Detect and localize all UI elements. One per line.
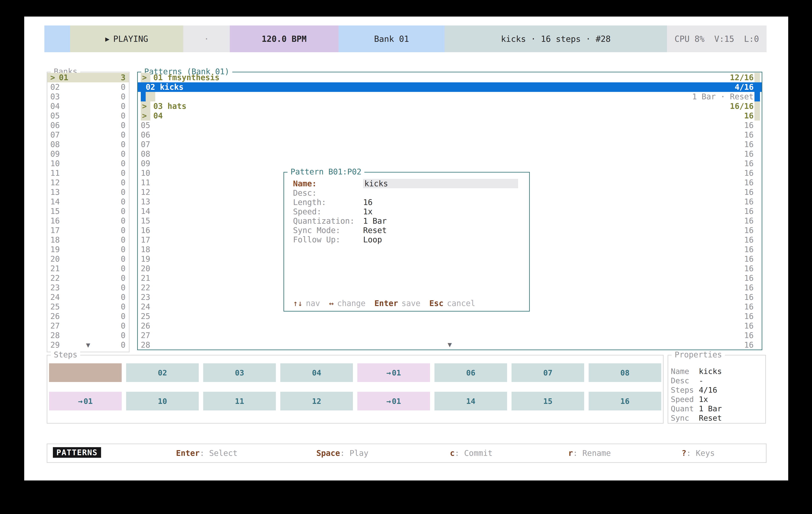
committed-gutter-block — [146, 92, 155, 101]
hint-label: : Select — [200, 449, 237, 458]
step-cell-10[interactable]: 10 — [126, 392, 199, 411]
pattern-step-count: 16 — [744, 140, 762, 149]
bank-pattern-count: 0 — [121, 102, 125, 111]
field-value: Reset — [363, 226, 387, 235]
topbar-separator: · — [183, 26, 230, 52]
bank-row[interactable]: 170 — [47, 225, 129, 235]
bank-row[interactable]: 220 — [47, 273, 129, 283]
bank-number: 11 — [50, 169, 60, 178]
bank-row[interactable]: 100 — [47, 159, 129, 168]
pattern-row[interactable]: 0616 — [138, 130, 762, 140]
pattern-label: 21 — [141, 274, 150, 283]
bank-row[interactable]: 250 — [47, 302, 129, 311]
bank-row[interactable]: 080 — [47, 140, 129, 149]
step-cell-15[interactable]: 15 — [512, 392, 584, 411]
patterns-scrollbar[interactable] — [754, 73, 760, 121]
keyhint-label: cancel — [447, 299, 475, 308]
step-cell-09[interactable]: →01 — [49, 392, 122, 411]
bank-row[interactable]: >013 — [47, 73, 129, 82]
committed-marker: > — [141, 111, 150, 121]
bank-pattern-count: 0 — [121, 321, 125, 330]
bank-row[interactable]: 200 — [47, 254, 129, 264]
bank-row[interactable]: 050 — [47, 111, 129, 121]
hint-key: r — [568, 449, 573, 458]
property-value: Reset — [699, 414, 722, 422]
modal-keyhints: ↑↓nav↔changeEntersaveEsccancel — [293, 299, 484, 308]
step-cell-05[interactable]: →01 — [357, 363, 430, 382]
keyhint-key: Esc — [429, 299, 443, 308]
bank-row[interactable]: 150 — [47, 207, 129, 216]
bank-number: 08 — [50, 140, 60, 149]
field-label: Follow Up: — [293, 235, 363, 244]
pattern-label: 10 — [141, 169, 150, 178]
modal-field-followup[interactable]: Follow Up:Loop — [284, 235, 529, 244]
bank-row[interactable]: 120 — [47, 178, 129, 187]
pattern-row[interactable]: 2516 — [138, 311, 762, 321]
step-cell-14[interactable]: 14 — [434, 392, 507, 411]
pattern-step-count: 16 — [744, 197, 762, 206]
pattern-row[interactable]: 0716 — [138, 140, 762, 149]
pattern-row[interactable]: 0816 — [138, 149, 762, 159]
bank-number: 27 — [50, 321, 60, 330]
name-input[interactable]: kicks — [363, 179, 518, 188]
statusbar-hint-rename: r: Rename — [568, 444, 611, 462]
bank-row[interactable]: 190 — [47, 245, 129, 254]
step-cell-11[interactable]: 11 — [203, 392, 276, 411]
bank-row[interactable]: 040 — [47, 101, 129, 111]
step-cell-06[interactable]: 06 — [434, 363, 507, 382]
step-cell-13[interactable]: →01 — [357, 392, 430, 411]
modal-field-name[interactable]: Name:kicks — [284, 179, 529, 188]
pattern-step-count: 16 — [744, 293, 762, 302]
modal-field-length[interactable]: Length:16 — [284, 198, 529, 207]
bank-row[interactable]: 240 — [47, 293, 129, 302]
bank-row[interactable]: 130 — [47, 187, 129, 197]
pattern-label: 18 — [141, 245, 150, 254]
pattern-row[interactable]: 2716 — [138, 331, 762, 340]
pattern-row[interactable]: >0416 — [138, 111, 762, 121]
bank-pattern-count: 0 — [121, 178, 125, 187]
pattern-row[interactable]: 02 kicks4/16 — [138, 82, 762, 92]
step-cell-12[interactable]: 12 — [280, 392, 353, 411]
bank-row[interactable]: 180 — [47, 235, 129, 245]
bank-row[interactable]: 020 — [47, 82, 129, 92]
pattern-detail-text: 1 Bar · Reset — [692, 92, 762, 101]
bank-row[interactable]: 110 — [47, 168, 129, 178]
pattern-label: 26 — [141, 321, 150, 330]
pattern-row[interactable]: >01 fmsynthesis12/16 — [138, 73, 762, 82]
bank-row[interactable]: 090 — [47, 149, 129, 159]
step-cell-03[interactable]: 03 — [203, 363, 276, 382]
modal-field-desc[interactable]: Desc: — [284, 188, 529, 198]
step-cell-07[interactable]: 07 — [512, 363, 584, 382]
pattern-row[interactable]: 0516 — [138, 121, 762, 130]
step-cell-01[interactable] — [49, 363, 122, 382]
bank-row[interactable]: 260 — [47, 311, 129, 321]
bank-row[interactable]: 210 — [47, 264, 129, 273]
selection-gutter-block — [141, 92, 146, 101]
bank-row[interactable]: 030 — [47, 92, 129, 101]
pattern-row[interactable]: 0916 — [138, 159, 762, 168]
pattern-row[interactable]: 2616 — [138, 321, 762, 331]
pattern-label: 06 — [141, 130, 150, 140]
pattern-label: 03 hats — [153, 102, 186, 111]
bank-row[interactable]: 160 — [47, 216, 129, 225]
bank-row[interactable]: 29▼0 — [47, 340, 129, 350]
pattern-row[interactable]: >03 hats16/16 — [138, 101, 762, 111]
modal-field-speed[interactable]: Speed:1x — [284, 207, 529, 216]
bank-row[interactable]: 280 — [47, 331, 129, 340]
mode-badge: PATTERNS — [53, 447, 101, 458]
hint-key: Enter — [176, 449, 200, 458]
modal-field-syncmode[interactable]: Sync Mode:Reset — [284, 225, 529, 235]
bank-row[interactable]: 140 — [47, 197, 129, 207]
step-cell-08[interactable]: 08 — [589, 363, 661, 382]
bank-row[interactable]: 070 — [47, 130, 129, 140]
hint-key: ? — [682, 449, 686, 458]
step-cell-02[interactable]: 02 — [126, 363, 199, 382]
step-cell-16[interactable]: 16 — [589, 392, 661, 411]
bank-row[interactable]: 060 — [47, 121, 129, 130]
bank-number: 05 — [50, 111, 60, 120]
step-cell-04[interactable]: 04 — [280, 363, 353, 382]
bank-row[interactable]: 230 — [47, 283, 129, 293]
pattern-label: 13 — [141, 197, 150, 206]
bank-row[interactable]: 270 — [47, 321, 129, 331]
modal-field-quantization[interactable]: Quantization:1 Bar — [284, 216, 529, 225]
